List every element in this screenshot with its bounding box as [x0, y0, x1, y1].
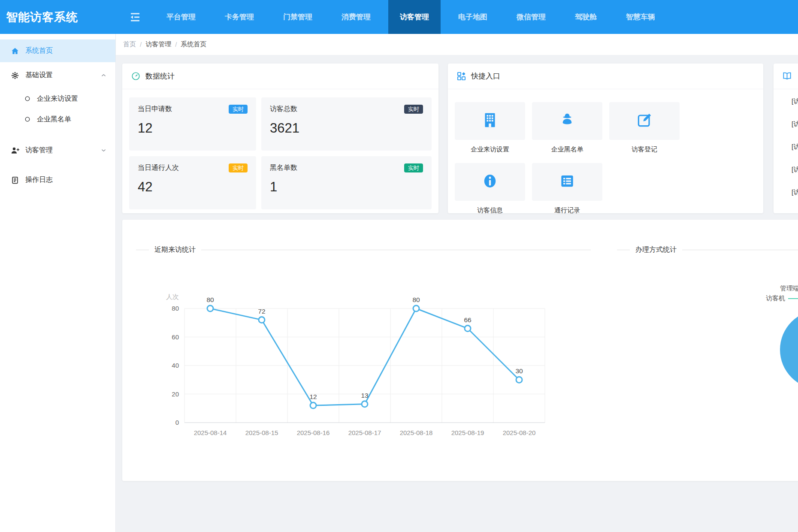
breadcrumb-item-3: 系统首页: [181, 40, 206, 48]
gauge-icon: [131, 71, 141, 81]
breadcrumb-bar: 首页/访客管理/系统首页: [116, 34, 798, 55]
svg-text:13: 13: [361, 392, 368, 399]
stat-value: 1: [270, 179, 423, 195]
stat-badge: 实时: [229, 105, 248, 114]
breadcrumb-item-2[interactable]: 访客管理: [145, 40, 171, 48]
svg-text:20: 20: [172, 390, 179, 398]
svg-text:40: 40: [172, 362, 179, 369]
shortcut-3[interactable]: 访客登记: [609, 102, 680, 154]
shortcut-2[interactable]: 企业黑名单: [532, 102, 602, 154]
pie-label-line: [788, 298, 798, 299]
breadcrumb-separator: /: [175, 41, 177, 48]
top-navbar: 智能访客系统 平台管理卡务管理门禁管理消费管理访客管理电子地图微信管理驾驶舱智慧…: [0, 0, 798, 34]
methods-pie-chart: [780, 310, 798, 389]
stat-badge: 实时: [229, 163, 248, 172]
svg-text:30: 30: [515, 367, 523, 375]
svg-text:2025-08-20: 2025-08-20: [503, 429, 536, 436]
notice-list: [访[访[访[访[访: [774, 89, 798, 204]
notice-item-1[interactable]: [访: [792, 90, 798, 113]
methods-chart-title: 办理方式统计: [635, 245, 677, 254]
visits-chart-title: 近期来访统计: [154, 245, 196, 254]
charts-card: 近期来访统计 办理方式统计 020406080人次2025-08-142025-…: [122, 220, 798, 481]
grid-icon: [456, 71, 466, 81]
sidebar-subitem-label: 企业黑名单: [37, 115, 71, 124]
sidebar-subitem-2-2[interactable]: 企业黑名单: [0, 109, 115, 130]
notice-card: [访[访[访[访[访: [774, 63, 798, 213]
nav-menu: 平台管理卡务管理门禁管理消费管理访客管理电子地图微信管理驾驶舱智慧车辆: [152, 0, 670, 34]
notice-item-4[interactable]: [访: [792, 158, 798, 181]
stat-label: 黑名单数: [270, 163, 297, 172]
svg-text:2025-08-16: 2025-08-16: [297, 429, 330, 436]
svg-text:72: 72: [258, 308, 265, 315]
circle-icon: [24, 96, 30, 102]
nav-item-8[interactable]: 驾驶舱: [563, 0, 608, 34]
sidebar-item-label: 操作日志: [25, 175, 53, 184]
gear-icon: [11, 71, 19, 80]
shortcut-4[interactable]: 访客信息: [455, 163, 525, 215]
visits-line-chart: 020406080人次2025-08-142025-08-152025-08-1…: [148, 284, 560, 447]
book-icon: [782, 71, 792, 81]
sidebar-subitem-label: 企业来访设置: [37, 94, 78, 103]
svg-text:80: 80: [172, 305, 179, 312]
stat-box-3: 当日通行人次实时42: [129, 156, 256, 209]
stats-card-title: 数据统计: [145, 71, 175, 81]
records-icon: [558, 172, 576, 192]
pie-label-admin: 管理端: [780, 284, 798, 293]
breadcrumb-item-1[interactable]: 首页: [123, 40, 136, 48]
shortcut-label: 访客登记: [609, 145, 680, 154]
stat-badge: 实时: [404, 163, 423, 172]
spy-icon: [558, 111, 576, 131]
sidebar-item-label: 系统首页: [25, 46, 53, 55]
sidebar-item-label: 访客管理: [25, 146, 53, 155]
stat-value: 3621: [270, 121, 423, 136]
nav-item-2[interactable]: 卡务管理: [213, 0, 266, 34]
sidebar-item-2[interactable]: 基础设置: [0, 64, 115, 87]
stat-box-4: 黑名单数实时1: [261, 156, 432, 209]
svg-text:2025-08-19: 2025-08-19: [451, 429, 484, 436]
sidebar-item-1[interactable]: 系统首页: [0, 39, 115, 62]
shortcuts-card: 快捷入口 企业来访设置企业黑名单访客登记访客信息通行记录: [448, 63, 763, 213]
svg-text:66: 66: [464, 316, 471, 323]
notice-item-3[interactable]: [访: [792, 136, 798, 158]
nav-item-7[interactable]: 微信管理: [505, 0, 557, 34]
svg-text:12: 12: [309, 393, 317, 400]
stats-card: 数据统计 当日申请数实时12访客总数实时3621当日通行人次实时42黑名单数实时…: [122, 63, 438, 213]
nav-item-9[interactable]: 智慧车辆: [614, 0, 667, 34]
notice-item-2[interactable]: [访: [792, 113, 798, 136]
sidebar: 系统首页基础设置企业来访设置企业黑名单访客管理操作日志: [0, 34, 116, 532]
shortcut-label: 企业黑名单: [532, 145, 602, 154]
shortcuts-card-header: 快捷入口: [448, 63, 763, 89]
breadcrumb: 首页/访客管理/系统首页: [116, 34, 798, 55]
nav-item-5[interactable]: 访客管理: [388, 0, 441, 34]
doc-icon: [11, 176, 19, 184]
svg-text:人次: 人次: [166, 293, 179, 300]
home-icon: [11, 47, 19, 55]
nav-item-1[interactable]: 平台管理: [155, 0, 207, 34]
chevron-down-icon: [100, 147, 107, 154]
user-plus-icon: [11, 146, 19, 155]
shortcut-1[interactable]: 企业来访设置: [455, 102, 525, 154]
sidebar-item-3[interactable]: 访客管理: [0, 139, 115, 162]
shortcut-label: 访客信息: [455, 206, 525, 215]
app-logo: 智能访客系统: [0, 0, 116, 34]
menu-fold-icon[interactable]: [129, 0, 142, 34]
nav-item-4[interactable]: 消费管理: [330, 0, 382, 34]
stat-value: 42: [138, 179, 248, 195]
stats-card-header: 数据统计: [122, 63, 438, 89]
circle-icon: [24, 116, 30, 122]
visits-chart-divider: 近期来访统计: [136, 245, 591, 255]
nav-item-3[interactable]: 门禁管理: [272, 0, 324, 34]
building-icon: [481, 111, 499, 131]
shortcut-5[interactable]: 通行记录: [532, 163, 602, 215]
edit-icon: [635, 111, 653, 131]
notice-item-5[interactable]: [访: [792, 181, 798, 204]
shortcut-label: 企业来访设置: [455, 145, 525, 154]
svg-text:2025-08-17: 2025-08-17: [348, 429, 381, 436]
svg-text:2025-08-15: 2025-08-15: [245, 429, 278, 436]
shortcuts-card-title: 快捷入口: [471, 71, 500, 81]
sidebar-subitem-2-1[interactable]: 企业来访设置: [0, 88, 115, 109]
nav-item-6[interactable]: 电子地图: [447, 0, 499, 34]
sidebar-item-4[interactable]: 操作日志: [0, 169, 115, 191]
stat-label: 当日通行人次: [138, 163, 179, 172]
svg-text:80: 80: [206, 296, 214, 303]
